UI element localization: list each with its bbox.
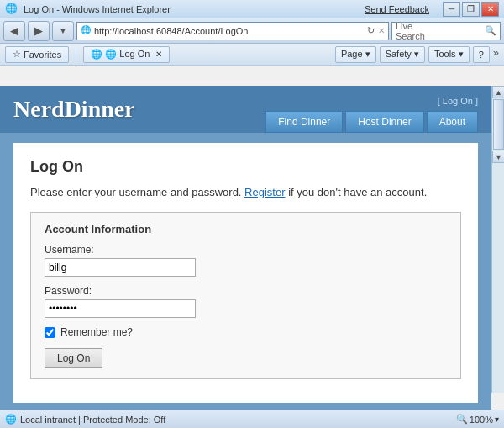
about-button[interactable]: About (427, 111, 478, 133)
scroll-thumb[interactable] (493, 99, 504, 150)
close-button[interactable]: ✕ (481, 2, 499, 17)
minimize-button[interactable]: ─ (443, 2, 460, 17)
page-title: Log On (30, 158, 461, 176)
toolbar-right: Page ▾ Safety ▾ Tools ▾ ? » (335, 46, 499, 63)
ie-icon: 🌐 (5, 3, 18, 16)
forward-button[interactable]: ▶ (28, 21, 50, 41)
zoom-icon: 🔍 (456, 414, 468, 425)
zoom-dropdown-icon[interactable]: ▾ (495, 415, 499, 424)
tab-close-icon[interactable]: ✕ (155, 50, 162, 59)
site-header-right: [ Log On ] Find Dinner Host Dinner About (265, 96, 478, 133)
remember-me-row: Remember me? (45, 326, 447, 338)
address-bar: ◀ ▶ ▼ 🌐 ↻ ✕ Live Search 🔍 (0, 18, 504, 44)
password-label: Password: (45, 285, 447, 297)
nav-buttons: Find Dinner Host Dinner About (265, 111, 478, 133)
scroll-up-button[interactable]: ▲ (492, 86, 504, 98)
help-button[interactable]: ? (473, 46, 490, 63)
address-input-container: 🌐 ↻ ✕ (76, 22, 389, 40)
url-input[interactable] (94, 26, 364, 36)
safety-menu-label: Safety ▾ (386, 49, 419, 60)
site-header: NerdDinner [ Log On ] Find Dinner Host D… (0, 86, 491, 133)
login-link[interactable]: [ Log On ] (438, 96, 478, 106)
account-information-fieldset: Account Information Username: Password: … (30, 212, 461, 379)
window-title: Log On - Windows Internet Explorer (24, 4, 171, 14)
send-feedback-link[interactable]: Send Feedback (365, 4, 429, 14)
site-logo: NerdDinner (13, 96, 135, 123)
register-link[interactable]: Register (244, 186, 285, 198)
bar-separator (76, 47, 76, 62)
live-search-input[interactable] (433, 26, 483, 36)
username-input[interactable] (45, 258, 196, 277)
content-box: Log On Please enter your username and pa… (13, 143, 478, 403)
username-label: Username: (45, 244, 447, 256)
toolbar-extend-icon[interactable]: » (493, 46, 499, 63)
recent-button[interactable]: ▼ (52, 21, 74, 41)
live-search-label: Live Search (396, 21, 431, 41)
content-area: Log On Please enter your username and pa… (0, 133, 491, 410)
host-dinner-button[interactable]: Host Dinner (345, 111, 423, 133)
page-favicon: 🌐 (81, 25, 92, 37)
zoom-level: 100% (470, 415, 493, 425)
refresh-icon[interactable]: ↻ (365, 25, 376, 36)
page-menu-button[interactable]: Page ▾ (335, 46, 376, 63)
address-separator: ✕ (378, 26, 385, 35)
scroll-track[interactable] (492, 99, 504, 150)
help-icon: ? (479, 50, 484, 60)
intro-paragraph: Please enter your username and password.… (30, 186, 461, 198)
login-submit-button[interactable]: Log On (45, 348, 102, 368)
password-input[interactable] (45, 299, 196, 318)
active-tab[interactable]: 🌐 🌐 Log On ✕ (83, 46, 170, 63)
find-dinner-button[interactable]: Find Dinner (265, 111, 343, 133)
status-icon: 🌐 (5, 414, 17, 425)
status-bar: 🌐 Local intranet | Protected Mode: Off 🔍… (0, 410, 504, 428)
tools-menu-button[interactable]: Tools ▾ (428, 46, 470, 63)
favorites-label: Favorites (24, 50, 61, 60)
form-legend: Account Information (45, 223, 447, 235)
restore-button[interactable]: ❐ (462, 2, 480, 17)
back-button[interactable]: ◀ (3, 21, 25, 41)
tab-favicon: 🌐 (91, 49, 102, 60)
zoom-control[interactable]: 🔍 100% ▾ (456, 414, 499, 425)
window-controls: ─ ❐ ✕ (443, 2, 499, 17)
page-menu-label: Page ▾ (341, 49, 370, 60)
status-text: Local intranet | Protected Mode: Off (20, 415, 453, 425)
safety-menu-button[interactable]: Safety ▾ (380, 46, 425, 63)
favorites-button[interactable]: ☆ Favorites (5, 46, 69, 63)
live-search-icon[interactable]: 🔍 (485, 25, 496, 36)
intro-text-suffix: if you don't have an account. (288, 186, 427, 198)
star-icon: ☆ (13, 49, 21, 60)
browser-content: NerdDinner [ Log On ] Find Dinner Host D… (0, 86, 491, 410)
remember-me-checkbox[interactable] (45, 327, 55, 338)
scrollbar[interactable]: ▲ ▼ (491, 86, 504, 393)
login-link-area: [ Log On ] (438, 96, 478, 106)
title-bar: 🌐 Log On - Windows Internet Explorer Sen… (0, 0, 504, 18)
tools-menu-label: Tools ▾ (434, 49, 464, 60)
live-search-container: Live Search 🔍 (391, 22, 501, 40)
favorites-bar: ☆ Favorites 🌐 🌐 Log On ✕ Page ▾ Safety ▾… (0, 44, 504, 66)
remember-me-label: Remember me? (60, 326, 133, 338)
scroll-down-button[interactable]: ▼ (492, 151, 504, 163)
tab-title: 🌐 Log On (105, 49, 150, 60)
intro-text-start: Please enter your username and password. (30, 186, 241, 198)
